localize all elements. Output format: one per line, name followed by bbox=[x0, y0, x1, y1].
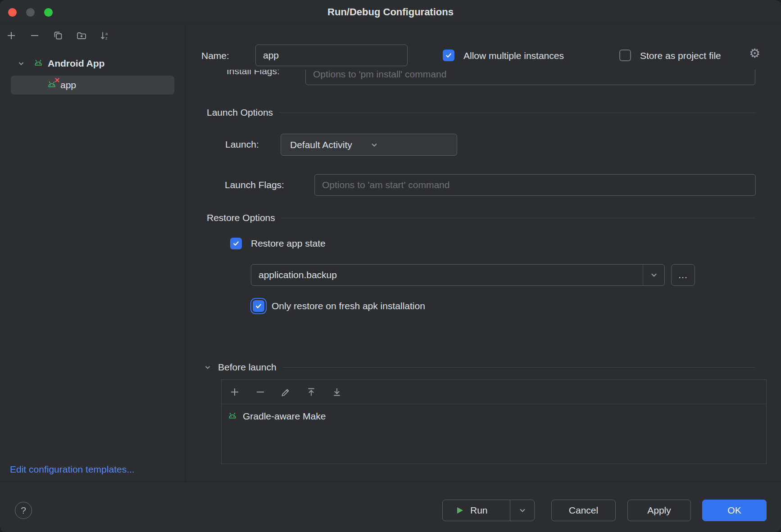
run-button-main[interactable]: Run bbox=[443, 500, 510, 521]
configuration-editor: Name: Allow multiple instances Store as … bbox=[186, 25, 781, 482]
add-configuration-button[interactable] bbox=[5, 29, 18, 42]
restore-app-state-checkbox[interactable] bbox=[230, 238, 242, 249]
apply-button[interactable]: Apply bbox=[627, 500, 691, 521]
run-button-label: Run bbox=[470, 505, 488, 516]
only-restore-fresh-checkbox[interactable] bbox=[253, 300, 264, 312]
dialog-title: Run/Debug Configurations bbox=[0, 0, 781, 25]
plus-icon bbox=[6, 30, 17, 41]
svg-text:z: z bbox=[105, 36, 108, 41]
remove-configuration-button[interactable] bbox=[28, 29, 41, 42]
store-as-project-file-label: Store as project file bbox=[640, 50, 721, 62]
tree-group-android-app[interactable]: Android App bbox=[0, 54, 104, 73]
edit-task-button[interactable] bbox=[279, 385, 293, 399]
edit-configuration-templates-link[interactable]: Edit configuration templates... bbox=[10, 464, 135, 475]
section-divider bbox=[282, 218, 755, 218]
sort-configurations-button[interactable]: a z bbox=[98, 29, 112, 42]
move-down-icon bbox=[332, 387, 343, 397]
allow-multiple-instances-label: Allow multiple instances bbox=[463, 50, 564, 62]
run-options-chevron-button[interactable] bbox=[510, 500, 534, 521]
allow-multiple-instances-checkbox[interactable] bbox=[443, 50, 454, 61]
launch-dropdown[interactable]: Default Activity bbox=[281, 134, 457, 156]
name-label: Name: bbox=[201, 50, 229, 62]
run-button[interactable]: Run bbox=[442, 500, 535, 521]
scrolled-row-clip: Install Flags: bbox=[186, 70, 781, 90]
backup-file-combobox[interactable]: application.backup bbox=[251, 264, 665, 286]
launch-label: Launch: bbox=[225, 139, 259, 150]
before-launch-toolbar bbox=[222, 380, 766, 404]
section-divider bbox=[283, 367, 755, 368]
install-flags-input[interactable] bbox=[305, 70, 755, 85]
section-divider bbox=[279, 113, 755, 113]
ok-button[interactable]: OK bbox=[702, 500, 767, 521]
restore-options-section-header: Restore Options bbox=[207, 212, 755, 224]
minus-icon bbox=[255, 387, 266, 397]
tree-item-label: app bbox=[60, 80, 76, 90]
titlebar: Run/Debug Configurations bbox=[0, 0, 781, 25]
minus-icon bbox=[29, 30, 40, 41]
only-restore-fresh-label: Only restore on fresh apk installation bbox=[272, 300, 425, 312]
add-task-button[interactable] bbox=[228, 385, 241, 399]
play-icon bbox=[454, 505, 464, 515]
copy-configuration-button[interactable] bbox=[51, 29, 65, 42]
android-icon bbox=[33, 59, 43, 68]
before-launch-task-label: Gradle-aware Make bbox=[243, 411, 326, 422]
launch-options-section-header: Launch Options bbox=[207, 107, 755, 118]
cancel-button[interactable]: Cancel bbox=[551, 500, 616, 521]
chevron-down-icon[interactable] bbox=[17, 59, 25, 68]
remove-task-button[interactable] bbox=[254, 385, 267, 399]
pencil-icon bbox=[281, 387, 291, 397]
android-error-icon bbox=[47, 80, 57, 90]
name-input[interactable] bbox=[255, 45, 408, 66]
new-folder-icon bbox=[76, 30, 87, 41]
launch-flags-input[interactable] bbox=[314, 174, 756, 196]
combobox-chevron-button[interactable] bbox=[643, 265, 664, 285]
sort-az-icon: a z bbox=[100, 30, 110, 41]
android-icon bbox=[227, 411, 237, 421]
browse-backup-button[interactable]: ... bbox=[671, 264, 695, 286]
restore-options-title: Restore Options bbox=[207, 212, 275, 223]
launch-dropdown-value: Default Activity bbox=[290, 140, 370, 150]
help-button[interactable]: ? bbox=[15, 502, 32, 519]
copy-icon bbox=[53, 30, 64, 41]
install-flags-label: Install Flags: bbox=[227, 70, 280, 77]
launch-flags-label: Launch Flags: bbox=[225, 179, 284, 191]
chevron-down-icon bbox=[370, 140, 450, 149]
before-launch-section-header: Before launch bbox=[204, 361, 755, 373]
move-task-down-button[interactable] bbox=[331, 385, 344, 399]
tree-item-app[interactable]: app bbox=[11, 76, 174, 95]
error-x-icon bbox=[54, 77, 60, 83]
svg-text:a: a bbox=[105, 32, 108, 36]
restore-app-state-label: Restore app state bbox=[251, 238, 326, 249]
plus-icon bbox=[229, 387, 240, 397]
backup-file-value: application.backup bbox=[251, 265, 643, 285]
new-folder-button[interactable] bbox=[75, 29, 88, 42]
store-as-project-file-checkbox[interactable] bbox=[619, 50, 631, 61]
sidebar-toolbar: a z bbox=[5, 29, 112, 42]
store-settings-gear-icon[interactable]: ⚙ bbox=[749, 47, 760, 60]
run-debug-configurations-dialog: Run/Debug Configurations bbox=[0, 0, 781, 532]
launch-options-title: Launch Options bbox=[207, 107, 273, 118]
before-launch-task-row[interactable]: Gradle-aware Make bbox=[222, 404, 766, 422]
move-up-icon bbox=[306, 387, 317, 397]
collapse-chevron-icon[interactable] bbox=[204, 363, 212, 371]
tree-group-label: Android App bbox=[48, 58, 104, 69]
before-launch-panel: Gradle-aware Make bbox=[221, 379, 767, 464]
configurations-sidebar: a z Android App app bbox=[0, 25, 186, 482]
move-task-up-button[interactable] bbox=[305, 385, 318, 399]
before-launch-title: Before launch bbox=[218, 362, 277, 373]
dialog-footer: ? Run Cancel Apply OK bbox=[0, 482, 781, 532]
